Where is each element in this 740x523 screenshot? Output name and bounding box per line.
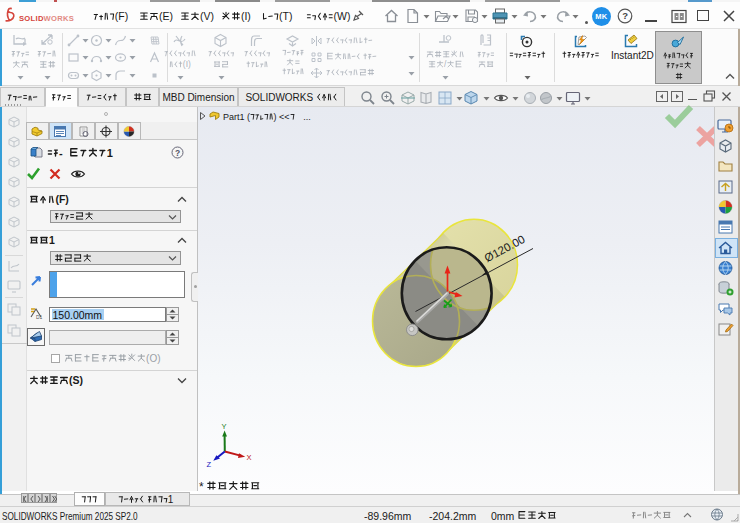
svg-text:(V): (V)	[200, 10, 214, 22]
svg-text:(I): (I)	[241, 10, 251, 22]
svg-text:?: ?	[622, 10, 628, 21]
svg-text:(T): (T)	[279, 10, 292, 22]
svg-text:D1: D1	[36, 314, 43, 320]
svg-text:Z: Z	[207, 460, 212, 469]
svg-text:(E): (E)	[159, 10, 173, 22]
svg-text:X: X	[247, 453, 252, 462]
svg-text:(I): (I)	[183, 59, 191, 69]
svg-text:WORKS: WORKS	[44, 14, 75, 23]
svg-text:/: /	[444, 59, 447, 69]
svg-text:1: 1	[168, 494, 174, 505]
svg-text:-: -	[59, 146, 63, 158]
svg-text:SOLID: SOLID	[19, 14, 44, 23]
svg-text:1: 1	[107, 146, 113, 158]
svg-text:(W): (W)	[334, 10, 351, 22]
svg-text:Y: Y	[222, 422, 227, 431]
svg-text:(F): (F)	[55, 193, 68, 205]
svg-text:(S): (S)	[69, 374, 83, 386]
svg-text:?: ?	[175, 148, 180, 158]
svg-text:(F): (F)	[115, 10, 128, 22]
svg-text:(O): (O)	[146, 353, 160, 364]
svg-text:1: 1	[49, 234, 55, 246]
